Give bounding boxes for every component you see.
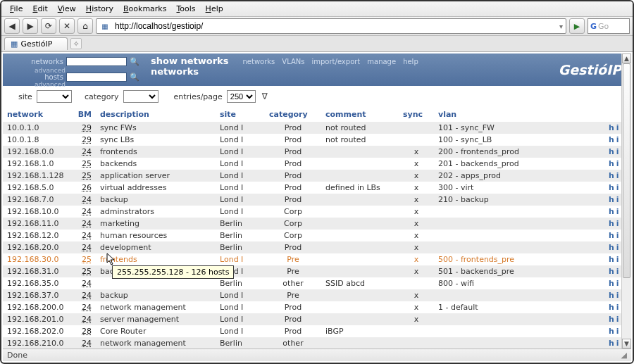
info-link[interactable]: i [616,315,619,324]
nav-link-vlans[interactable]: VLANs [282,58,304,65]
table-row[interactable]: 10.0.1.029sync FWsLond IProdnot routed10… [3,122,631,134]
host-link[interactable]: h [609,207,614,216]
table-row[interactable]: 192.168.12.024human resourcesBerlinCorpx… [3,230,631,241]
info-link[interactable]: i [616,195,619,204]
info-link[interactable]: i [616,291,619,300]
new-tab-button[interactable]: ✧ [70,38,82,49]
col-site[interactable]: site [216,107,265,122]
search-hosts-advanced[interactable]: advanced [29,81,66,88]
bm-cell[interactable]: 26 [73,182,96,194]
table-row[interactable]: 192.168.201.024server managementLond IPr… [3,313,631,325]
menu-help[interactable]: Help [201,3,228,15]
bm-cell[interactable]: 24 [73,230,96,241]
bm-cell[interactable]: 25 [73,253,96,265]
menu-bookmarks[interactable]: Bookmarks [119,3,170,15]
table-row[interactable]: 192.168.200.024network managementLond IP… [3,301,631,313]
col-comment[interactable]: comment [321,107,399,122]
col-description[interactable]: description [96,107,216,122]
menu-edit[interactable]: Edit [28,3,51,15]
info-link[interactable]: i [616,135,619,144]
host-link[interactable]: h [609,303,614,312]
host-link[interactable]: h [609,123,614,132]
bm-cell[interactable]: 24 [73,301,96,313]
host-link[interactable]: h [609,327,614,336]
table-row[interactable]: 192.168.5.026virtual addressesLond IProd… [3,182,631,194]
bm-cell[interactable]: 24 [73,146,96,158]
host-link[interactable]: h [609,315,614,324]
table-row[interactable]: 192.168.202.028Core RouterLond IProdiBGP… [3,325,631,337]
host-link[interactable]: h [609,243,614,252]
scroll-down-icon[interactable]: ▼ [622,339,631,349]
search-networks-icon[interactable]: 🔍 [130,57,139,66]
table-row[interactable]: 192.168.1.025backendsLond IProdx201 - ba… [3,158,631,170]
search-box[interactable]: G Go [588,18,630,34]
menu-view[interactable]: View [54,3,80,15]
forward-button[interactable]: ▶ [23,18,38,34]
info-link[interactable]: i [616,327,619,336]
filter-site-select[interactable] [37,90,72,103]
table-row[interactable]: 192.168.20.024developmentBerlinProdxhi▦ [3,241,631,253]
table-row[interactable]: 10.0.1.829sync LBsLond IProdnot routed10… [3,134,631,146]
home-button[interactable]: ⌂ [77,18,93,34]
go-button[interactable]: ▶ [569,18,585,34]
bm-cell[interactable]: 24 [73,206,96,218]
search-hosts-input[interactable] [66,73,127,82]
bm-cell[interactable]: 29 [73,134,96,146]
info-link[interactable]: i [616,147,619,156]
bm-cell[interactable]: 24 [73,241,96,253]
filter-category-select[interactable] [123,90,158,103]
info-link[interactable]: i [616,339,619,348]
info-link[interactable]: i [616,255,619,264]
menu-history[interactable]: History [82,3,118,15]
menu-tools[interactable]: Tools [172,3,199,15]
bm-cell[interactable]: 29 [73,122,96,134]
vertical-scrollbar[interactable]: ▲ ▼ [621,54,631,349]
dropdown-icon[interactable]: ▾ [557,23,566,30]
host-link[interactable]: h [609,291,614,300]
info-link[interactable]: i [616,207,619,216]
stop-button[interactable]: ✕ [59,18,75,34]
host-link[interactable]: h [609,183,614,192]
bm-cell[interactable]: 25 [73,265,96,277]
host-link[interactable]: h [609,195,614,204]
host-link[interactable]: h [609,339,614,348]
search-networks-input[interactable] [66,57,127,66]
filter-icon[interactable]: ∇ [260,92,270,101]
bm-cell[interactable]: 24 [73,194,96,206]
host-link[interactable]: h [609,219,614,228]
host-link[interactable]: h [609,279,614,288]
menu-file[interactable]: File [6,3,27,15]
host-link[interactable]: h [609,267,614,276]
filter-epp-select[interactable]: 250 [227,90,256,103]
info-link[interactable]: i [616,183,619,192]
bm-cell[interactable]: 24 [73,289,96,301]
col-vlan[interactable]: vlan [434,107,540,122]
bm-cell[interactable]: 24 [73,337,96,349]
host-link[interactable]: h [609,255,614,264]
bm-cell[interactable]: 28 [73,325,96,337]
info-link[interactable]: i [616,267,619,276]
host-link[interactable]: h [609,171,614,180]
nav-link-manage[interactable]: manage [367,58,396,65]
host-link[interactable]: h [609,135,614,144]
table-row[interactable]: 192.168.10.024adminstratorsLond ICorpxhi… [3,206,631,218]
info-link[interactable]: i [616,243,619,252]
tab-gestioip[interactable]: ▦ GestióIP [4,37,68,50]
reload-button[interactable]: ⟳ [41,18,56,34]
nav-link-importexport[interactable]: import/export [312,58,361,65]
col-sync[interactable]: sync [399,107,434,122]
scroll-up-icon[interactable]: ▲ [622,54,631,63]
col-category[interactable]: category [265,107,321,122]
scroll-track[interactable] [622,63,631,339]
table-row[interactable]: 192.168.37.024backupLond IPrexhi▦ [3,289,631,301]
table-row[interactable]: 192.168.35.024BerlinotherSSID abcd800 - … [3,277,631,289]
info-link[interactable]: i [616,123,619,132]
table-row[interactable]: 192.168.7.024backupLond IProdx210 - back… [3,194,631,206]
resize-grip-icon[interactable]: ◢ [621,351,627,360]
info-link[interactable]: i [616,219,619,228]
bm-cell[interactable]: 25 [73,170,96,182]
bm-cell[interactable]: 24 [73,277,96,289]
col-network[interactable]: network [3,107,73,122]
url-bar[interactable]: ▦ ▾ [96,18,566,34]
host-link[interactable]: h [609,147,614,156]
